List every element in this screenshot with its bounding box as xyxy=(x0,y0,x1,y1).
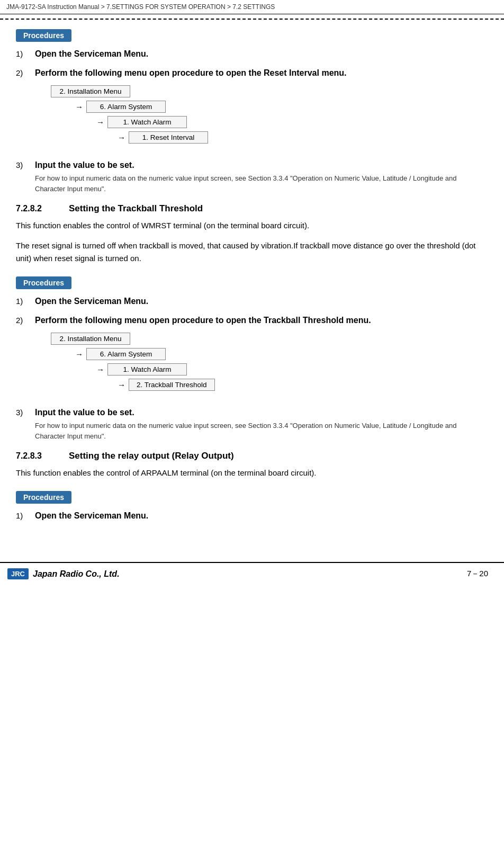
step-1-2: 2) Perform the following menu open proce… xyxy=(16,68,488,151)
menu-item-trackball-threshold: 2. Trackball Threshold xyxy=(129,379,215,391)
step-num-3: 3) xyxy=(16,160,35,169)
step-label: Open the Serviceman Menu. xyxy=(35,49,148,58)
step-label-3: Input the value to be set. xyxy=(35,160,134,169)
section-7282: 7.2.8.2 Setting the Trackball Threshold … xyxy=(16,203,488,265)
arrow-icon-21: → xyxy=(75,350,83,359)
step-num: 1) xyxy=(16,49,35,58)
menu-item-alarm-system-1: 6. Alarm System xyxy=(86,101,166,113)
menu-row-21: 2. Installation Menu xyxy=(51,333,488,345)
section-num-7282: 7.2.8.2 xyxy=(16,204,64,213)
section-heading-7283: 7.2.8.3 Setting the relay output (Relay … xyxy=(16,451,488,461)
procedures-block-1: Procedures 1) Open the Serviceman Menu. … xyxy=(16,29,488,194)
procedures-badge-3: Procedures xyxy=(16,491,71,504)
footer-page: 7－20 xyxy=(467,569,488,579)
step-note-2: For how to input numeric data on the num… xyxy=(35,421,488,441)
procedures-block-2: Procedures 1) Open the Serviceman Menu. … xyxy=(16,276,488,441)
step-label-21: Open the Serviceman Menu. xyxy=(35,297,148,306)
step-num-22: 2) xyxy=(16,316,35,325)
section-num-7283: 7.2.8.3 xyxy=(16,451,64,461)
procedures-block-3: Procedures 1) Open the Serviceman Menu. xyxy=(16,491,488,521)
step-label-23: Input the value to be set. xyxy=(35,408,134,417)
step-label-22: Perform the following menu open procedur… xyxy=(35,316,371,325)
section-body-7282-1: This function enables the control of WMR… xyxy=(16,219,488,232)
step-content-23: Input the value to be set. For how to in… xyxy=(35,408,488,441)
step-2-3: 3) Input the value to be set. For how to… xyxy=(16,408,488,441)
section-title-7283: Setting the relay output (Relay Output) xyxy=(69,451,234,461)
arrow-icon-23: → xyxy=(118,380,125,389)
procedures-badge-1: Procedures xyxy=(16,29,71,42)
section-body-7283: This function enables the control of ARP… xyxy=(16,467,488,479)
menu-row-24: → 2. Trackball Threshold xyxy=(114,379,488,391)
menu-row-1: 2. Installation Menu xyxy=(51,85,488,97)
step-3-1: 1) Open the Serviceman Menu. xyxy=(16,511,488,521)
step-label-31: Open the Serviceman Menu. xyxy=(35,511,148,520)
menu-row-23: → 1. Watch Alarm xyxy=(93,363,488,376)
breadcrumb: JMA-9172-SA Instruction Manual > 7.SETTI… xyxy=(0,0,504,14)
step-num-31: 1) xyxy=(16,511,35,520)
jrc-badge: JRC xyxy=(7,568,29,579)
step-num-21: 1) xyxy=(16,297,35,306)
section-title-7282: Setting the Trackball Threshold xyxy=(69,203,203,214)
step-content-3: Input the value to be set. For how to in… xyxy=(35,160,488,194)
arrow-icon-22: → xyxy=(96,365,104,374)
step-1-1: 1) Open the Serviceman Menu. xyxy=(16,49,488,59)
step-1-3: 3) Input the value to be set. For how to… xyxy=(16,160,488,194)
menu-item-reset-interval: 1. Reset Interval xyxy=(129,131,208,144)
menu-item-watch-alarm-1: 1. Watch Alarm xyxy=(107,116,187,128)
menu-item-installation-2: 2. Installation Menu xyxy=(51,333,130,345)
arrow-icon-1: → xyxy=(75,102,83,111)
section-body-7282-2: The reset signal is turned off when trac… xyxy=(16,239,488,265)
section-heading-7282: 7.2.8.2 Setting the Trackball Threshold xyxy=(16,203,488,214)
step-num-2: 2) xyxy=(16,68,35,77)
step-content-22: Perform the following menu open procedur… xyxy=(35,316,488,398)
step-content-2: Perform the following menu open procedur… xyxy=(35,68,488,151)
procedures-badge-2: Procedures xyxy=(16,276,71,289)
arrow-icon-3: → xyxy=(118,133,125,142)
step-label-2: Perform the following menu open procedur… xyxy=(35,68,347,77)
footer: JRC Japan Radio Co., Ltd. 7－20 xyxy=(0,562,504,585)
step-content-31: Open the Serviceman Menu. xyxy=(35,511,488,521)
step-2-1: 1) Open the Serviceman Menu. xyxy=(16,297,488,306)
menu-row-22: → 6. Alarm System xyxy=(72,348,488,360)
step-2-2: 2) Perform the following menu open proce… xyxy=(16,316,488,398)
menu-row-2: → 6. Alarm System xyxy=(72,101,488,113)
step-note-1: For how to input numeric data on the num… xyxy=(35,173,488,194)
menu-chain-2: 2. Installation Menu → 6. Alarm System →… xyxy=(51,333,488,391)
menu-row-3: → 1. Watch Alarm xyxy=(93,116,488,128)
section-7283: 7.2.8.3 Setting the relay output (Relay … xyxy=(16,451,488,479)
menu-item-watch-alarm-2: 1. Watch Alarm xyxy=(107,363,187,376)
footer-company: Japan Radio Co., Ltd. xyxy=(33,569,120,579)
footer-logo: JRC Japan Radio Co., Ltd. xyxy=(7,568,120,579)
step-content-21: Open the Serviceman Menu. xyxy=(35,297,488,306)
menu-item-alarm-system-2: 6. Alarm System xyxy=(86,348,166,360)
menu-item-installation: 2. Installation Menu xyxy=(51,85,130,97)
step-content: Open the Serviceman Menu. xyxy=(35,49,488,59)
arrow-icon-2: → xyxy=(96,118,104,127)
menu-chain-1: 2. Installation Menu → 6. Alarm System →… xyxy=(51,85,488,144)
step-num-23: 3) xyxy=(16,408,35,417)
menu-row-4: → 1. Reset Interval xyxy=(114,131,488,144)
